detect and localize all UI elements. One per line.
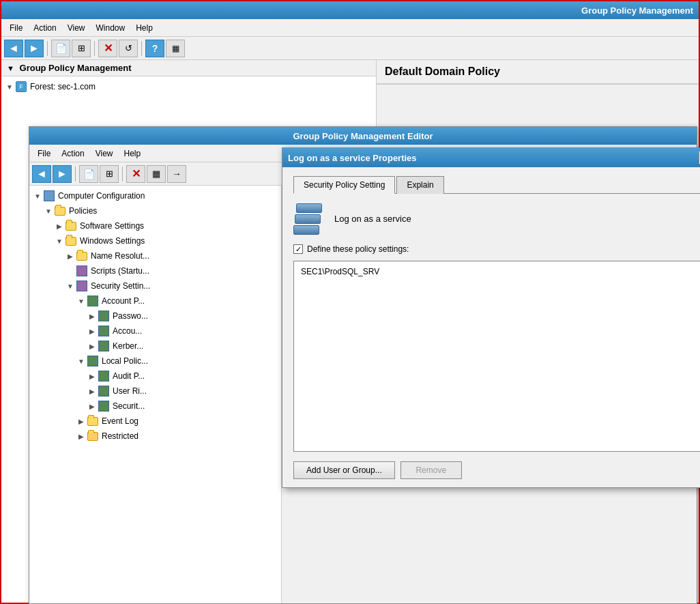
account-icon [98, 325, 110, 337]
right-panel-header: Default Domain Policy [377, 60, 699, 85]
menu-window[interactable]: Window [91, 22, 131, 34]
inner-properties-button[interactable]: → [167, 165, 186, 183]
inner-title: Group Policy Management Editor [293, 131, 433, 141]
computer-config-icon [43, 190, 55, 202]
menu-file[interactable]: File [4, 22, 28, 34]
expander-password: ▶ [87, 313, 98, 320]
tree-account[interactable]: ▶ Accou... [29, 323, 281, 339]
tree-security-options[interactable]: ▶ Securit... [29, 399, 281, 414]
tree-item-root[interactable]: ▼ F Forest: sec-1.com [1, 79, 376, 94]
expander-restricted: ▶ [76, 433, 87, 440]
policies-label: Policies [69, 206, 97, 216]
server-box-3 [293, 225, 319, 235]
tree-kerberos[interactable]: ▶ Kerber... [29, 339, 281, 354]
dialog-buttons: Add User or Group... Remove [293, 461, 700, 479]
server-box-1 [296, 203, 322, 213]
local-policies-icon [87, 355, 99, 367]
inner-sep-2 [122, 167, 123, 182]
inner-tree-panel[interactable]: ▼ Computer Configuration ▼ Policies ▶ [29, 186, 282, 603]
expander-root: ▼ [4, 83, 15, 91]
inner-show-hide-button[interactable]: ⊞ [100, 165, 119, 183]
security-settings-icon [76, 280, 88, 292]
tree-windows-settings[interactable]: ▼ Windows Settings [29, 233, 281, 248]
menu-help[interactable]: Help [130, 22, 158, 34]
root-label: Forest: sec-1.com [30, 82, 96, 91]
toolbar-separator-3 [141, 41, 142, 56]
properties-button[interactable]: ▦ [166, 40, 185, 57]
password-label: Passwo... [113, 311, 148, 321]
inner-titlebar: Group Policy Management Editor [29, 127, 697, 145]
tree-security-settings[interactable]: ▼ Security Settin... [29, 278, 281, 293]
add-user-group-button[interactable]: Add User or Group... [293, 461, 395, 479]
help-button[interactable]: ? [145, 40, 164, 57]
forward-button[interactable]: ► [25, 40, 44, 57]
kerberos-label: Kerber... [113, 341, 143, 351]
policy-name-row: Log on as a service [293, 202, 700, 235]
policy-icon-large [293, 202, 326, 235]
inner-new-button[interactable]: 📄 [79, 165, 98, 183]
tree-name-resolution[interactable]: ▶ Name Resolut... [29, 248, 281, 263]
account-label: Accou... [113, 326, 142, 336]
outer-menubar: File Action View Window Help [1, 19, 699, 37]
tree-event-log[interactable]: ▶ Event Log [29, 414, 281, 429]
security-options-label: Securit... [113, 401, 145, 411]
inner-export-button[interactable]: ▦ [147, 165, 166, 183]
back-button[interactable]: ◄ [4, 40, 23, 57]
security-options-icon [98, 400, 110, 412]
tree-scripts[interactable]: Scripts (Startu... [29, 263, 281, 278]
software-settings-label: Software Settings [80, 221, 144, 231]
tree-restricted[interactable]: ▶ Restricted [29, 429, 281, 444]
expander-security-options: ▶ [87, 403, 98, 410]
tree-computer-config[interactable]: ▼ Computer Configuration [29, 188, 281, 203]
new-button[interactable]: 📄 [51, 40, 70, 57]
kerberos-icon [98, 340, 110, 352]
tree-user-rights[interactable]: ▶ User Ri... [29, 384, 281, 399]
computer-config-label: Computer Configuration [58, 191, 145, 201]
remove-button[interactable]: Remove [400, 461, 462, 479]
tab-explain[interactable]: Explain [396, 176, 443, 194]
inner-forward-button[interactable]: ► [53, 165, 72, 183]
expander-security: ▼ [65, 283, 76, 290]
menu-action[interactable]: Action [28, 22, 61, 34]
user-rights-icon [98, 385, 110, 397]
define-checkbox[interactable]: ✓ [293, 244, 303, 254]
expander-software: ▶ [54, 222, 65, 230]
define-checkbox-row: ✓ Define these policy settings: [293, 244, 700, 254]
tree-software-settings[interactable]: ▶ Software Settings [29, 218, 281, 233]
inner-menu-help[interactable]: Help [119, 147, 147, 160]
list-item[interactable]: SEC1\ProdSQL_SRV [298, 265, 700, 278]
properties-dialog: Log on as a service Properties ? Securit… [282, 147, 700, 488]
name-resolution-icon [76, 250, 88, 262]
menu-view[interactable]: View [62, 22, 91, 34]
expander-account-policies: ▼ [76, 298, 87, 305]
refresh-button[interactable]: ↺ [119, 40, 138, 57]
expander-kerberos: ▶ [87, 343, 98, 350]
expander-local-policies: ▼ [76, 358, 87, 365]
inner-sep-1 [75, 167, 76, 182]
scripts-icon [76, 265, 88, 277]
delete-button[interactable]: ✕ [98, 40, 117, 57]
inner-delete-button[interactable]: ✕ [126, 165, 145, 183]
tree-password[interactable]: ▶ Passwo... [29, 308, 281, 323]
account-policies-icon [87, 295, 99, 307]
show-hide-button[interactable]: ⊞ [72, 40, 91, 57]
expander-cc: ▼ [32, 192, 43, 200]
tree-local-policies[interactable]: ▼ Local Polic... [29, 354, 281, 369]
outer-panel-title: ▼ Group Policy Management [1, 60, 376, 76]
tab-security-policy[interactable]: Security Policy Setting [293, 176, 395, 194]
password-icon [98, 310, 110, 322]
restricted-icon [87, 430, 99, 442]
user-rights-label: User Ri... [113, 386, 147, 396]
inner-menu-file[interactable]: File [32, 147, 56, 160]
event-log-label: Event Log [102, 416, 138, 426]
inner-back-button[interactable]: ◄ [32, 165, 51, 183]
inner-menu-action[interactable]: Action [56, 147, 89, 160]
members-list[interactable]: SEC1\ProdSQL_SRV [293, 261, 700, 452]
tree-account-policies[interactable]: ▼ Account P... [29, 293, 281, 308]
software-settings-icon [65, 220, 77, 232]
tree-audit[interactable]: ▶ Audit P... [29, 369, 281, 384]
tree-policies[interactable]: ▼ Policies [29, 203, 281, 218]
define-checkbox-label: Define these policy settings: [307, 244, 409, 254]
inner-menu-view[interactable]: View [90, 147, 119, 160]
expander-windows: ▼ [54, 238, 65, 245]
